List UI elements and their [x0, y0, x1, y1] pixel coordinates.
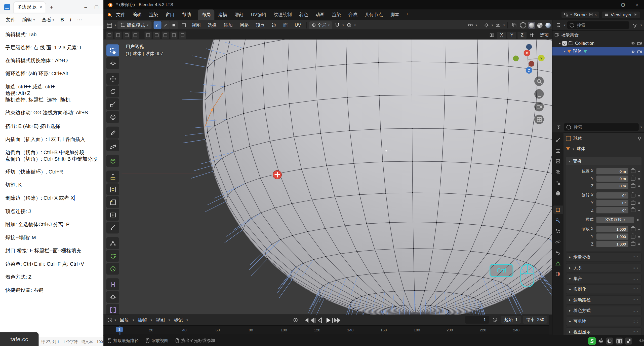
timeline-menu-view[interactable]: 视图 — [153, 315, 168, 325]
close-button[interactable]: × — [630, 0, 644, 10]
tool-cursor[interactable] — [106, 57, 119, 69]
lock-icon[interactable] — [631, 169, 635, 173]
current-frame-field[interactable]: 1 — [465, 316, 489, 324]
rotation-z-field[interactable]: 0° — [596, 207, 628, 213]
axis-y-ball[interactable]: Y — [538, 55, 545, 61]
hide-eye-icon[interactable] — [630, 41, 635, 45]
frame-start-field[interactable]: 起始 1 — [501, 316, 521, 324]
tool-add-cube[interactable] — [106, 155, 119, 167]
zoom-level[interactable]: 100% — [97, 340, 104, 344]
lock-icon[interactable] — [631, 177, 635, 181]
tool-extrude[interactable] — [106, 171, 119, 183]
menu-render[interactable]: 渲染 — [145, 10, 162, 19]
options-dropdown[interactable]: 选项 — [537, 30, 552, 40]
timeline-ruler[interactable]: 1 20 40 60 80 100 120 140 160 180 200 22… — [103, 325, 549, 336]
animate-dot[interactable] — [638, 178, 640, 180]
blender-menu-icon[interactable] — [106, 12, 112, 17]
menu-face[interactable]: 面 — [280, 20, 291, 30]
axis-z-ball[interactable]: Z — [526, 67, 532, 74]
shading-rendered-button[interactable] — [545, 22, 552, 29]
tab-object[interactable] — [553, 205, 563, 214]
workspace-tab-sculpting[interactable]: 雕刻 — [231, 10, 247, 20]
notepad-maximize-button[interactable]: ▢ — [94, 4, 99, 10]
animate-dot[interactable] — [638, 210, 640, 211]
tool-smooth[interactable] — [106, 263, 119, 274]
tool-bevel[interactable] — [106, 196, 119, 208]
lock-icon[interactable] — [631, 201, 635, 205]
animate-dot[interactable] — [638, 195, 640, 196]
unlink-scene-icon[interactable]: × — [594, 13, 597, 17]
expand-icon[interactable]: ▸ — [559, 41, 561, 45]
tool-spin[interactable] — [106, 250, 119, 262]
tool-measure[interactable] — [106, 139, 119, 151]
italic-button[interactable]: I — [67, 15, 74, 24]
axis-x-neg-ball[interactable] — [529, 61, 534, 67]
breadcrumb-object[interactable]: 球体 — [573, 136, 582, 142]
tool-edge-slide[interactable] — [106, 278, 119, 290]
expand-icon[interactable]: ▸ — [564, 50, 566, 53]
tab-render[interactable] — [553, 146, 563, 155]
select-extend-button[interactable] — [114, 31, 122, 39]
menu-file[interactable]: 文件 — [112, 10, 129, 19]
ime-toolbox-icon[interactable] — [625, 337, 632, 344]
tool-option-button[interactable] — [179, 31, 186, 39]
tool-option-button[interactable] — [162, 31, 169, 39]
section-motion-paths[interactable]: ▸运动路径∷∷ — [566, 295, 641, 305]
tab-world[interactable] — [553, 189, 563, 197]
tool-loop-cut[interactable] — [106, 209, 119, 221]
tab-view-layer[interactable] — [553, 168, 563, 176]
ime-keyboard-icon[interactable] — [616, 337, 623, 344]
gizmos-dropdown[interactable] — [482, 21, 490, 29]
tab-physics[interactable] — [553, 238, 563, 246]
axis-y-neg-ball[interactable] — [513, 55, 519, 61]
scale-x-field[interactable]: 1.000 — [596, 226, 628, 232]
viewport-3d[interactable]: 用户透视 (1) 球体 | 球体.007 X Y — [103, 40, 552, 315]
outliner-search-input[interactable] — [576, 22, 627, 28]
filter-icon[interactable] — [631, 21, 639, 29]
section-instancing[interactable]: ▸实例化∷∷ — [566, 285, 641, 294]
auto-keying-icon[interactable] — [292, 316, 299, 324]
rotation-x-field[interactable]: 0° — [596, 192, 628, 198]
menu-help[interactable]: 帮助 — [178, 10, 195, 19]
timeline-menu-marker[interactable]: 标记 — [171, 315, 186, 325]
section-delta-transform[interactable]: ▸增量变换∷∷ — [566, 252, 641, 262]
shading-solid-button[interactable] — [528, 22, 535, 29]
transform-orientation-dropdown[interactable]: 全局 ▾ — [309, 21, 332, 29]
hide-eye-icon[interactable] — [630, 50, 635, 53]
pin-icon[interactable] — [637, 136, 641, 141]
properties-search-input[interactable] — [573, 124, 636, 130]
workspace-tab-shading[interactable]: 着色 — [295, 10, 312, 20]
lock-icon[interactable] — [631, 227, 635, 231]
section-viewport-display[interactable]: ▸视图显示∷∷ — [566, 327, 641, 335]
menu-view[interactable]: 视图 — [189, 20, 204, 30]
workspace-tab-scripting[interactable]: 脚本 — [387, 10, 403, 20]
notepad-menu-file[interactable]: 文件 — [3, 15, 19, 25]
section-shading[interactable]: ▸着色方式∷∷ — [566, 306, 641, 316]
add-workspace-button[interactable]: + — [403, 10, 411, 20]
rotation-y-field[interactable]: 0° — [596, 200, 628, 206]
section-relations[interactable]: ▸关系∷∷ — [566, 263, 641, 273]
tool-inset-faces[interactable] — [106, 183, 119, 195]
proportional-editing-icon[interactable] — [345, 21, 353, 29]
tool-annotate[interactable] — [106, 127, 119, 139]
ime-logo-icon[interactable]: S — [588, 337, 596, 345]
tool-option-button[interactable] — [170, 31, 178, 39]
playhead-frame-badge[interactable]: 1 — [116, 327, 123, 332]
lock-icon[interactable] — [631, 242, 635, 246]
animate-dot[interactable] — [638, 228, 640, 230]
animate-dot[interactable] — [638, 243, 640, 245]
scene-selector[interactable]: ▾ Scene × — [561, 11, 599, 18]
select-intersect-button[interactable] — [144, 31, 152, 39]
tab-output[interactable] — [553, 157, 563, 165]
properties-editor-type-button[interactable] — [554, 123, 562, 131]
tab-tool[interactable] — [553, 136, 563, 144]
tab-modifiers[interactable] — [553, 216, 563, 225]
workspace-tab-uv[interactable]: UV编辑 — [247, 10, 270, 20]
new-tab-button[interactable]: + — [50, 4, 53, 10]
notepad-text-area[interactable]: 编辑模式: Tab 子层级选择: 点 线 面: 1 2 3 元素: L 在编辑模… — [0, 25, 103, 337]
timeline-menu-keying[interactable]: 插帧 — [135, 315, 150, 325]
vertex-select-button[interactable] — [153, 21, 161, 29]
animate-dot[interactable] — [637, 219, 639, 221]
toggle-ortho-button[interactable] — [534, 115, 544, 124]
face-select-button[interactable] — [170, 21, 178, 29]
